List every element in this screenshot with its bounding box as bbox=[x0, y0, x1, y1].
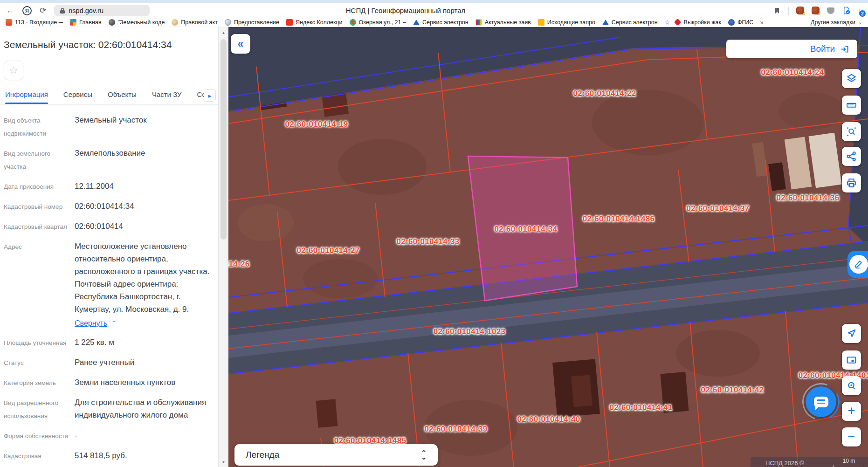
parcel-label[interactable]: 02:60:010414:24 bbox=[761, 68, 824, 77]
field-row: Площадь уточненная1 225 кв. м bbox=[4, 336, 216, 350]
share-button[interactable] bbox=[842, 147, 861, 166]
field-row: СтатусРанее учтенный bbox=[4, 356, 216, 370]
field-value: Земли населенных пунктов bbox=[75, 376, 216, 390]
chat-bubble-icon bbox=[814, 397, 828, 407]
bookmark-flag-icon[interactable] bbox=[773, 7, 781, 15]
map-canvas[interactable]: 02:60:010414:1902:60:010414:2202:60:0104… bbox=[228, 27, 868, 467]
zoom-to-feature-button[interactable] bbox=[842, 376, 861, 395]
collapse-address-link[interactable]: Свернуть⌃ bbox=[75, 317, 117, 330]
login-button[interactable]: Войти bbox=[726, 40, 857, 58]
field-row: Форма собственности- bbox=[4, 429, 216, 443]
parcel-label[interactable]: 02:60:010414:19 bbox=[285, 120, 348, 129]
blue-tri-icon bbox=[602, 20, 609, 25]
scrollbar-thumb[interactable] bbox=[220, 39, 227, 240]
bookmark-item[interactable]: Актуальные заяв bbox=[475, 19, 531, 26]
parcel-label[interactable]: 02:60:010414:41 bbox=[610, 403, 673, 412]
bookmark-item[interactable]: Озерная ул., 21 – bbox=[350, 19, 406, 26]
field-label: Площадь уточненная bbox=[4, 336, 75, 350]
feedback-tab[interactable] bbox=[847, 251, 868, 278]
bookmarks-overflow-chevron[interactable]: » bbox=[760, 19, 764, 26]
extension-icon[interactable] bbox=[796, 7, 804, 14]
parcel-label[interactable]: 02:60:010414:1486 bbox=[583, 214, 654, 224]
field-value: 514 818,5 руб. bbox=[75, 449, 216, 467]
chat-button[interactable] bbox=[806, 386, 836, 417]
ruler-button[interactable] bbox=[842, 96, 861, 115]
favorite-star-button[interactable]: ☆ bbox=[4, 61, 23, 80]
bookmark-item[interactable]: 113 · Входящие — bbox=[6, 19, 63, 26]
map-pin-icon bbox=[350, 19, 356, 26]
field-row: Дата присвоения12.11.2004 bbox=[4, 180, 216, 193]
bookmark-item[interactable]: Правовой акт bbox=[172, 19, 218, 26]
parcel-labels-layer: 02:60:010414:1902:60:010414:2202:60:0104… bbox=[228, 27, 868, 467]
parcel-label[interactable]: 02:60:010414:33 bbox=[397, 237, 460, 247]
blue-tri-icon bbox=[413, 20, 420, 25]
yandex-menu-button[interactable]: Я bbox=[22, 6, 32, 15]
parcel-label[interactable]: 02:60:010414:39 bbox=[425, 425, 488, 434]
back-button[interactable]: ← bbox=[7, 7, 14, 14]
field-value: - bbox=[75, 429, 216, 443]
parcel-label[interactable]: 02:60:010414:40 bbox=[517, 415, 580, 424]
layers-button[interactable] bbox=[842, 69, 861, 88]
red-mark-icon bbox=[674, 19, 681, 26]
shield-icon[interactable] bbox=[827, 7, 834, 14]
refresh-button[interactable]: ⟳ bbox=[40, 7, 46, 14]
parcel-label[interactable]: 02:60:010414:22 bbox=[573, 89, 636, 98]
tab-3[interactable]: Объекты bbox=[108, 90, 137, 104]
bookmark-item[interactable]: Исходящие запро bbox=[538, 19, 595, 26]
globe-icon bbox=[225, 19, 231, 26]
parcel-label[interactable]: 02:60:010414:34 bbox=[495, 225, 558, 234]
tab-2[interactable]: Сервисы bbox=[63, 90, 92, 104]
browser-window: ← Я ⟳ nspd.gov.ru НСПД | Геоинформационн… bbox=[0, 0, 868, 467]
bookmark-item[interactable]: Сервис электрон bbox=[602, 19, 658, 26]
print-icon bbox=[846, 177, 857, 189]
bookmark-label: "Земельный коде bbox=[118, 19, 165, 26]
collapse-panel-button[interactable]: « bbox=[231, 34, 250, 54]
bookmark-label: Актуальные заяв bbox=[485, 19, 531, 26]
area-search-button[interactable] bbox=[842, 122, 861, 141]
scroll-down-icon[interactable]: ▼ bbox=[219, 460, 228, 464]
area-search-icon bbox=[846, 126, 857, 137]
legend-label: Легенда bbox=[246, 450, 279, 460]
scale-label: 10 m bbox=[843, 458, 855, 464]
field-value: 02:60:010414 bbox=[75, 220, 216, 234]
parcel-label[interactable]: 02:60:010414:27 bbox=[297, 246, 360, 255]
other-bookmarks-button[interactable]: Другие закладки ⌄ bbox=[811, 19, 862, 26]
legend-bar[interactable]: Легенда ⌃⌄ bbox=[234, 444, 438, 466]
zoom-out-button[interactable]: − bbox=[842, 427, 861, 446]
tabs-scroll-right-button[interactable]: ▸ bbox=[204, 89, 216, 102]
zoom-in-button[interactable]: + bbox=[842, 402, 861, 421]
field-label: Кадастровая стоимость bbox=[4, 449, 75, 467]
tab-4[interactable]: Части ЗУ bbox=[152, 90, 182, 104]
toolbar-divider bbox=[788, 7, 789, 15]
tab-1[interactable]: Информация bbox=[5, 90, 48, 104]
parcel-label[interactable]: 02:60:010414:26 bbox=[228, 260, 249, 269]
field-row: Кадастровая стоимость514 818,5 руб. bbox=[4, 449, 216, 467]
bookmark-item[interactable]: ФГИС bbox=[728, 19, 753, 26]
bookmark-item[interactable]: Главная bbox=[70, 19, 102, 26]
parcel-label[interactable]: 02:60:010414:1023 bbox=[434, 327, 505, 337]
field-row: АдресМестоположение установлено относите… bbox=[4, 240, 216, 330]
bookmark-item[interactable]: Яндекс.Коллекци bbox=[286, 19, 343, 26]
downloads-button[interactable]: ↓2 bbox=[858, 7, 862, 14]
print-button[interactable] bbox=[842, 173, 861, 192]
crest-icon bbox=[728, 19, 735, 26]
bookmark-item[interactable]: "Земельный коде bbox=[109, 19, 165, 26]
scroll-up-icon[interactable]: ▲ bbox=[219, 31, 228, 35]
bookmark-item[interactable]: ☆Выкройки жак bbox=[665, 19, 721, 26]
panel-scrollbar[interactable]: ▲ ▼ bbox=[218, 27, 228, 467]
parcel-label[interactable]: 02:60:010414:36 bbox=[777, 193, 840, 203]
map-attribution: НСПД 2026 © bbox=[765, 460, 804, 467]
field-row: Вид земельного участкаЗемлепользование bbox=[4, 147, 216, 173]
navigate-button[interactable] bbox=[842, 324, 861, 343]
bookmark-item[interactable]: Сервис электрон bbox=[413, 19, 468, 26]
extension-icon[interactable] bbox=[812, 7, 820, 14]
bookmark-label: Сервис электрон bbox=[422, 19, 468, 26]
field-label: Дата присвоения bbox=[4, 180, 75, 193]
parcel-label[interactable]: 02:60:010414:42 bbox=[701, 385, 764, 395]
address-bar[interactable]: nspd.gov.ru bbox=[54, 5, 150, 16]
overview-map-button[interactable] bbox=[842, 350, 861, 370]
parcel-label[interactable]: 02:60:010414:37 bbox=[687, 204, 750, 213]
page-title: Земельный участок: 02:60:010414:34 bbox=[4, 39, 172, 50]
bookmark-item[interactable]: Предоставление bbox=[225, 19, 279, 26]
document-check-icon[interactable] bbox=[842, 6, 851, 15]
